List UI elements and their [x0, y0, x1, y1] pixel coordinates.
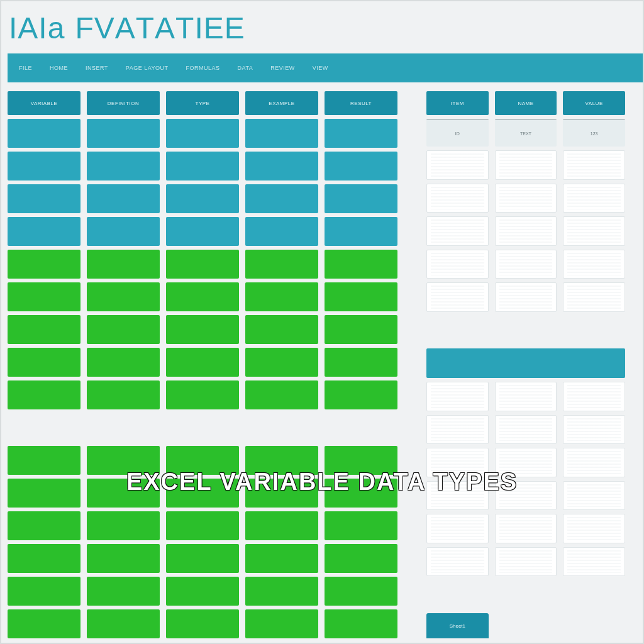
grid-cell[interactable] [8, 609, 80, 638]
grid-cell[interactable] [245, 282, 318, 311]
sheet-tab[interactable]: Sheet1 [426, 613, 489, 638]
list-cell[interactable] [563, 382, 625, 411]
grid-cell[interactable] [166, 380, 239, 409]
grid-cell[interactable] [8, 282, 80, 311]
grid-cell[interactable] [166, 511, 239, 540]
grid-cell[interactable] [166, 217, 239, 246]
ribbon-tab[interactable]: FORMULAS [186, 65, 220, 71]
list-cell[interactable] [426, 415, 489, 445]
list-cell[interactable] [426, 282, 489, 312]
col-header[interactable]: DEFINITION [87, 91, 160, 115]
grid-cell[interactable] [245, 609, 318, 638]
list-cell[interactable] [426, 547, 489, 577]
grid-cell[interactable] [245, 348, 318, 377]
grid-cell[interactable] [8, 315, 80, 344]
list-cell[interactable] [426, 184, 489, 213]
list-cell[interactable] [563, 150, 625, 180]
grid-cell[interactable] [87, 348, 160, 377]
list-cell[interactable] [563, 547, 625, 577]
ribbon-tab[interactable]: FILE [19, 65, 32, 71]
grid-cell[interactable] [325, 152, 397, 180]
grid-cell[interactable] [325, 315, 397, 344]
grid-cell[interactable] [245, 544, 318, 573]
grid-cell[interactable] [87, 217, 160, 246]
grid-cell[interactable] [325, 544, 397, 573]
list-cell[interactable] [495, 150, 557, 180]
grid-cell[interactable] [245, 380, 318, 409]
grid-cell[interactable] [325, 250, 397, 279]
grid-cell[interactable] [245, 577, 318, 606]
list-cell[interactable] [563, 216, 625, 246]
list-cell[interactable] [426, 216, 489, 246]
grid-cell[interactable] [166, 282, 239, 311]
list-cell[interactable] [563, 184, 625, 213]
grid-cell[interactable] [325, 184, 397, 213]
list-cell[interactable] [563, 415, 625, 445]
grid-cell[interactable] [166, 348, 239, 377]
list-cell[interactable] [495, 547, 557, 577]
grid-cell[interactable] [325, 282, 397, 311]
col-header[interactable]: ITEM [426, 91, 489, 115]
ribbon-tab[interactable]: REVIEW [270, 65, 295, 71]
grid-cell[interactable] [245, 184, 318, 213]
grid-cell[interactable] [87, 544, 160, 573]
grid-cell[interactable] [245, 119, 318, 148]
grid-cell[interactable] [325, 217, 397, 246]
grid-cell[interactable] [87, 152, 160, 180]
list-cell[interactable] [563, 514, 625, 543]
grid-cell[interactable] [166, 152, 239, 180]
col-header[interactable]: VALUE [563, 91, 625, 115]
grid-cell[interactable] [325, 511, 397, 540]
list-cell[interactable] [495, 382, 557, 411]
grid-cell[interactable] [8, 348, 80, 377]
grid-cell[interactable] [8, 152, 80, 180]
col-header[interactable]: VARIABLE [8, 91, 80, 115]
grid-cell[interactable] [87, 609, 160, 638]
grid-cell[interactable] [325, 577, 397, 606]
grid-cell[interactable] [87, 511, 160, 540]
list-cell[interactable] [495, 415, 557, 445]
grid-cell[interactable] [87, 380, 160, 409]
ribbon-tab[interactable]: VIEW [313, 65, 328, 71]
list-cell[interactable] [495, 184, 557, 213]
list-cell[interactable] [563, 250, 625, 279]
grid-cell[interactable] [8, 217, 80, 246]
grid-cell[interactable] [325, 609, 397, 638]
grid-cell[interactable] [245, 315, 318, 344]
ribbon-tab[interactable]: INSERT [86, 65, 108, 71]
grid-cell[interactable] [87, 184, 160, 213]
grid-cell[interactable] [325, 348, 397, 377]
grid-cell[interactable] [87, 577, 160, 606]
list-cell[interactable] [426, 250, 489, 279]
grid-cell[interactable] [245, 152, 318, 180]
list-cell[interactable] [495, 250, 557, 279]
grid-cell[interactable] [245, 217, 318, 246]
list-cell[interactable] [495, 282, 557, 312]
grid-cell[interactable] [325, 380, 397, 409]
list-cell[interactable] [426, 150, 489, 180]
grid-cell[interactable] [166, 119, 239, 148]
col-header[interactable]: TYPE [166, 91, 239, 115]
list-cell[interactable] [426, 514, 489, 543]
list-cell[interactable] [495, 216, 557, 246]
list-cell[interactable] [495, 514, 557, 543]
grid-cell[interactable] [87, 282, 160, 311]
grid-cell[interactable] [166, 184, 239, 213]
ribbon-tab[interactable]: PAGE LAYOUT [126, 65, 169, 71]
grid-cell[interactable] [8, 250, 80, 279]
grid-cell[interactable] [166, 609, 239, 638]
list-cell[interactable] [563, 282, 625, 312]
grid-cell[interactable] [87, 250, 160, 279]
grid-cell[interactable] [245, 511, 318, 540]
ribbon-tab[interactable]: HOME [50, 65, 68, 71]
grid-cell[interactable] [8, 544, 80, 573]
grid-cell[interactable] [166, 315, 239, 344]
grid-cell[interactable] [8, 184, 80, 213]
grid-cell[interactable] [8, 577, 80, 606]
grid-cell[interactable] [166, 577, 239, 606]
ribbon-tab[interactable]: DATA [238, 65, 253, 71]
grid-cell[interactable] [166, 250, 239, 279]
grid-cell[interactable] [8, 380, 80, 409]
grid-cell[interactable] [87, 315, 160, 344]
col-header[interactable]: EXAMPLE [245, 91, 318, 115]
